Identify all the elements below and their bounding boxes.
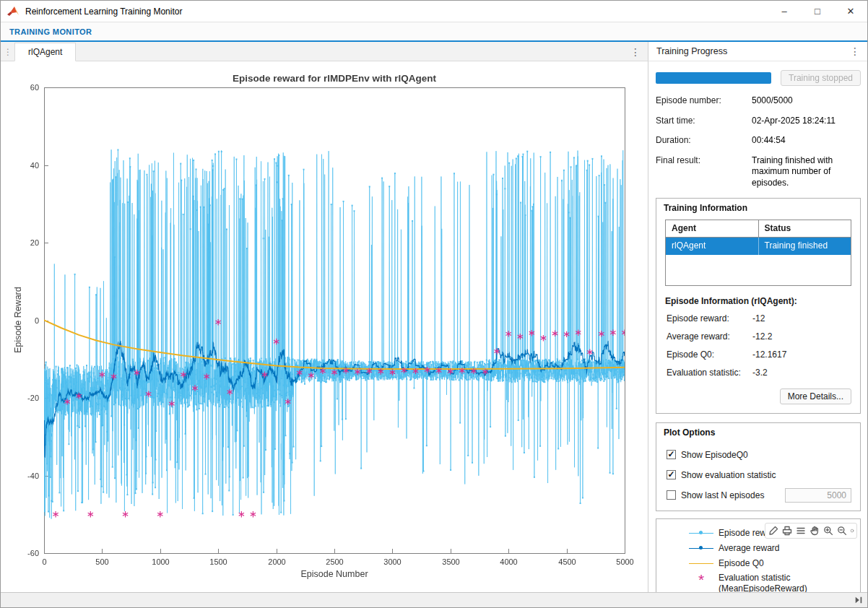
maximize-icon: □ (815, 6, 820, 17)
properties-icon[interactable] (795, 525, 807, 537)
ep-value: -12.2 (752, 331, 772, 342)
legend-item-average-reward: Average reward (689, 541, 860, 556)
checkbox-box[interactable]: ✓ (667, 470, 676, 479)
checkbox-box[interactable] (667, 490, 676, 500)
document-kebab-icon[interactable]: ⋮ (630, 46, 648, 61)
x-axis-label: Episode Number (44, 569, 625, 579)
field-value: 02-Apr-2025 18:24:11 (752, 116, 861, 127)
field-duration: Duration: 00:44:54 (656, 135, 861, 147)
checkbox-box[interactable]: ✓ (667, 450, 676, 459)
field-label: Start time: (656, 116, 752, 127)
ep-value: -12 (752, 313, 765, 323)
statusbar (1, 592, 867, 607)
average-reward-line-sample (689, 548, 713, 549)
legend-label: Average reward (719, 543, 780, 553)
ep-value: -12.1617 (752, 349, 786, 360)
legend-label-line2: (MeanEpisodeReward) (719, 583, 807, 592)
training-progress-header: Training Progress ⋮ (648, 42, 867, 61)
reward-chart-canvas[interactable] (1, 61, 646, 592)
legend-label: Evaluation statistic (MeanEpisodeReward) (719, 573, 807, 592)
column-header-agent[interactable]: Agent (666, 220, 759, 237)
field-value: 00:44:54 (752, 135, 861, 147)
field-episode-number: Episode number: 5000/5000 (656, 95, 861, 107)
pan-hand-icon[interactable] (809, 525, 820, 537)
checkbox-label: Show last N episodes (681, 490, 764, 500)
field-label: Episode number: (656, 95, 752, 107)
table-row-rlqagent[interactable]: rlQAgent Training finished (666, 238, 851, 255)
chart-legend: Episode reward Average reward Episode Q0… (656, 518, 861, 592)
restore-view-icon[interactable] (850, 525, 854, 537)
episode-reward-row: Episode reward: -12 (667, 313, 851, 323)
toolstrip-tab-training-monitor[interactable]: TRAINING MONITOR (1, 27, 100, 36)
tab-label: rlQAgent (28, 47, 62, 57)
export-icon[interactable] (781, 525, 793, 537)
close-icon: ✕ (847, 6, 855, 17)
marker-dot (699, 531, 703, 534)
training-progress-bar (656, 72, 771, 84)
more-details-button[interactable]: More Details... (780, 388, 851, 404)
ep-value: -3.2 (752, 368, 768, 378)
titlebar: Reinforcement Learning Training Monitor … (1, 1, 867, 22)
y-axis-label: Episode Reward (13, 287, 23, 353)
field-final-result: Final result: Training finished with max… (656, 155, 861, 189)
minimize-button[interactable]: – (768, 1, 801, 22)
checkbox-label: Show evaluation statistic (681, 470, 776, 480)
window-controls: – □ ✕ (768, 1, 867, 22)
checkbox-show-last-n-episodes[interactable]: Show last N episodes (667, 489, 851, 502)
close-button[interactable]: ✕ (834, 1, 867, 22)
app-window: Reinforcement Learning Training Monitor … (0, 0, 868, 608)
ep-label: Episode Q0: (667, 349, 752, 360)
evaluation-asterisk-marker: * (689, 576, 713, 583)
axes-toolbar (765, 523, 857, 539)
plot-options-group: Plot Options ✓ Show EpisodeQ0 ✓ Show eva… (656, 422, 861, 511)
figure-panel: Episode reward for rlMDPEnv with rlQAgen… (1, 61, 648, 592)
episode-reward-line-sample (689, 533, 713, 534)
check-icon: ✓ (667, 470, 674, 479)
episode-information-title: Episode Information (rlQAgent): (665, 296, 851, 306)
progress-row: Training stopped (656, 70, 861, 86)
tabbar-grip-icon[interactable]: ⋮ (1, 47, 14, 61)
field-value: 5000/5000 (752, 95, 861, 107)
ep-label: Evaluation statistic: (667, 368, 752, 378)
panel-title: Training Progress (648, 46, 727, 56)
expand-panel-icon[interactable] (854, 596, 863, 604)
cell-agent: rlQAgent (666, 238, 759, 255)
episode-q0-row: Episode Q0: -12.1617 (667, 349, 851, 360)
column-header-status[interactable]: Status (759, 220, 851, 237)
ep-label: Episode reward: (667, 313, 752, 323)
minimize-icon: – (781, 6, 786, 17)
evaluation-statistic-row: Evaluation statistic: -3.2 (667, 368, 851, 378)
cell-status: Training finished (759, 238, 851, 255)
tab-rlqagent[interactable]: rlQAgent (14, 43, 76, 61)
brush-icon[interactable] (768, 525, 779, 537)
average-reward-row: Average reward: -12.2 (667, 331, 851, 342)
training-stopped-button[interactable]: Training stopped (781, 70, 861, 86)
episode-q0-line-sample (689, 563, 713, 564)
check-icon: ✓ (667, 450, 674, 459)
legend-item-episode-q0: Episode Q0 (689, 556, 860, 571)
agent-status-table[interactable]: Agent Status rlQAgent Training finished (665, 220, 851, 286)
field-value: Training finished with maximum number of… (752, 155, 861, 189)
table-header-row: Agent Status (666, 220, 851, 238)
window-title: Reinforcement Learning Training Monitor (25, 6, 182, 17)
last-n-episodes-input[interactable] (785, 488, 851, 503)
matlab-logo-icon (6, 5, 19, 18)
chart-title: Episode reward for rlMDPEnv with rlQAgen… (44, 73, 625, 84)
document-tabbar: ⋮ rlQAgent ⋮ (1, 42, 648, 61)
legend-label-line1: Evaluation statistic (719, 573, 807, 583)
more-details-row: More Details... (656, 386, 860, 413)
legend-item-evaluation-statistic: * Evaluation statistic (MeanEpisodeRewar… (689, 573, 860, 592)
marker-dot (699, 546, 703, 550)
legend-label: Episode Q0 (719, 558, 764, 568)
field-start-time: Start time: 02-Apr-2025 18:24:11 (656, 116, 861, 127)
group-title: Plot Options (656, 423, 860, 441)
zoom-in-icon[interactable] (823, 525, 834, 537)
training-information-group: Training Information Agent Status rlQAge… (656, 198, 861, 414)
training-progress-panel: Training stopped Episode number: 5000/50… (648, 61, 867, 592)
maximize-button[interactable]: □ (801, 1, 834, 22)
checkbox-show-evaluation-statistic[interactable]: ✓ Show evaluation statistic (667, 469, 851, 482)
zoom-out-icon[interactable] (836, 525, 848, 537)
checkbox-show-episodeq0[interactable]: ✓ Show EpisodeQ0 (667, 448, 851, 461)
panel-kebab-icon[interactable]: ⋮ (850, 45, 867, 57)
checkbox-label: Show EpisodeQ0 (681, 450, 748, 460)
